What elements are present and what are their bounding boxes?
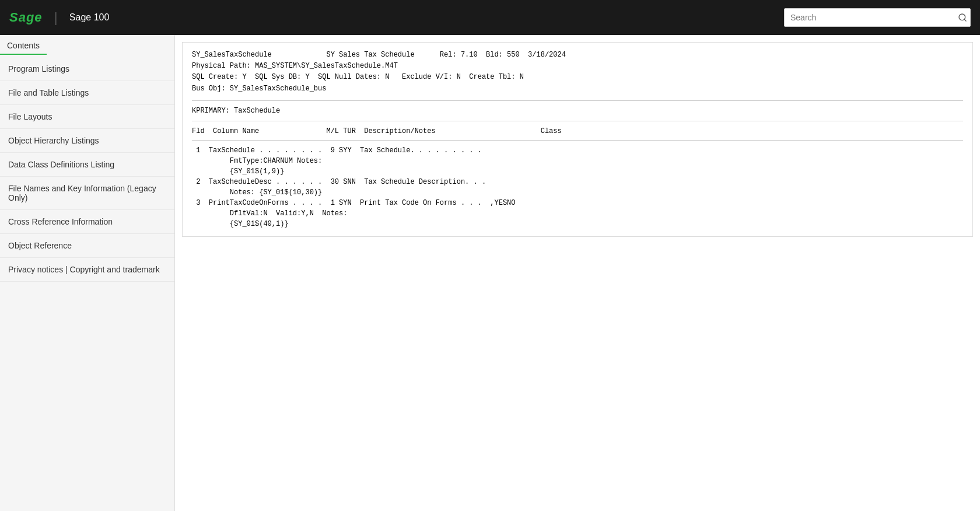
- search-wrapper: [784, 8, 971, 27]
- kprimary-block: KPRIMARY: TaxSchedule: [192, 107, 963, 121]
- sidebar-collapse-button[interactable]: ◀: [174, 259, 175, 287]
- contents-tab-label: Contents: [7, 41, 40, 54]
- content-header-block: SY_SalesTaxSchedule SY Sales Tax Schedul…: [192, 50, 963, 101]
- table-header-row: Fld Column Name M/L TUR Description/Note…: [192, 127, 963, 141]
- sidebar-item-cross-reference-information[interactable]: Cross Reference Information: [0, 210, 174, 234]
- main-layout: Contents Program Listings File and Table…: [0, 35, 980, 511]
- svg-line-1: [964, 19, 966, 21]
- contents-tab: Contents: [0, 35, 47, 55]
- sidebar-item-file-layouts[interactable]: File Layouts: [0, 105, 174, 129]
- search-input[interactable]: [784, 8, 971, 27]
- sidebar-nav: Program Listings File and Table Listings…: [0, 57, 174, 282]
- app-header: Sage | Sage 100: [0, 0, 980, 35]
- table-body: 1 TaxSchedule . . . . . . . . 9 SYY Tax …: [192, 145, 963, 229]
- app-name: Sage 100: [69, 12, 110, 23]
- sidebar: Contents Program Listings File and Table…: [0, 35, 175, 511]
- header-divider: |: [54, 9, 58, 26]
- search-area: [784, 8, 971, 27]
- sidebar-item-object-reference[interactable]: Object Reference: [0, 234, 174, 258]
- content-inner: SY_SalesTaxSchedule SY Sales Tax Schedul…: [182, 42, 973, 237]
- search-button[interactable]: [958, 13, 967, 22]
- logo-area: Sage | Sage 100: [9, 9, 109, 26]
- sidebar-item-data-class-definitions-listing[interactable]: Data Class Definitions Listing: [0, 153, 174, 177]
- sage-logo: Sage: [9, 10, 43, 25]
- sidebar-item-object-hierarchy-listings[interactable]: Object Hierarchy Listings: [0, 129, 174, 153]
- content-area: SY_SalesTaxSchedule SY Sales Tax Schedul…: [175, 35, 980, 511]
- sidebar-item-privacy-notices[interactable]: Privacy notices | Copyright and trademar…: [0, 258, 174, 282]
- search-icon: [958, 13, 967, 22]
- sidebar-item-program-listings[interactable]: Program Listings: [0, 57, 174, 81]
- sidebar-item-file-names-and-key-information[interactable]: File Names and Key Information (Legacy O…: [0, 177, 174, 210]
- sidebar-item-file-and-table-listings[interactable]: File and Table Listings: [0, 81, 174, 105]
